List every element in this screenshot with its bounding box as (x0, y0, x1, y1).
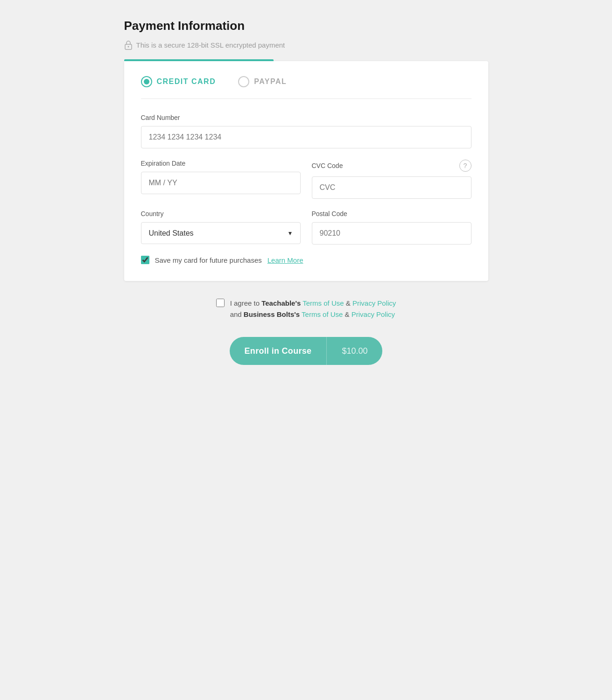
save-card-label: Save my card for future purchases (155, 256, 262, 264)
business-bolts-terms-link[interactable]: Terms of Use (302, 310, 343, 318)
cvc-help-icon[interactable]: ? (459, 160, 471, 172)
terms-prefix: I agree to (230, 299, 262, 307)
lock-icon (124, 40, 133, 50)
business-bolts-privacy-link[interactable]: Privacy Policy (352, 310, 395, 318)
space2: & (344, 299, 352, 307)
card-number-input[interactable] (141, 126, 471, 148)
postal-col: Postal Code (312, 210, 471, 245)
radio-credit-card (141, 76, 152, 87)
radio-inner-credit-card (144, 79, 149, 84)
credit-card-label: CREDIT CARD (157, 77, 216, 86)
country-select-wrapper: United States Canada United Kingdom Aust… (141, 222, 301, 244)
cvc-input[interactable] (312, 176, 471, 199)
country-label: Country (141, 210, 301, 217)
terms-row: I agree to Teachable's Terms of Use & Pr… (216, 298, 396, 320)
enroll-label: Enroll in Course (230, 338, 327, 364)
expiration-label: Expiration Date (141, 160, 301, 167)
space4: & (343, 310, 351, 318)
page-container: Payment Information This is a secure 128… (124, 19, 488, 681)
card-number-group: Card Number (141, 114, 471, 148)
secure-notice: This is a secure 128-bit SSL encrypted p… (124, 40, 488, 50)
page-title: Payment Information (124, 19, 488, 33)
save-card-row: Save my card for future purchases Learn … (141, 256, 471, 264)
svg-point-1 (127, 46, 129, 48)
country-col: Country United States Canada United King… (141, 210, 301, 245)
paypal-label: PAYPAL (254, 77, 287, 86)
teachable-name: Teachable's (261, 299, 301, 307)
teachable-privacy-link[interactable]: Privacy Policy (352, 299, 396, 307)
postal-label: Postal Code (312, 210, 471, 217)
learn-more-link[interactable]: Learn More (267, 256, 303, 264)
postal-input[interactable] (312, 222, 471, 245)
payment-tabs: CREDIT CARD PAYPAL (141, 76, 471, 99)
expiration-col: Expiration Date (141, 160, 301, 199)
enroll-button-container: Enroll in Course $10.00 (124, 337, 488, 365)
cvc-label: CVC Code (312, 162, 343, 169)
terms-checkbox[interactable] (216, 299, 225, 307)
terms-text: I agree to Teachable's Terms of Use & Pr… (230, 298, 396, 320)
secure-notice-text: This is a secure 128-bit SSL encrypted p… (136, 41, 285, 49)
card-number-label: Card Number (141, 114, 471, 121)
tab-paypal[interactable]: PAYPAL (238, 76, 287, 87)
terms-and: and (230, 310, 244, 318)
expiration-input[interactable] (141, 172, 301, 194)
expiration-cvc-row: Expiration Date CVC Code ? (141, 160, 471, 199)
terms-section: I agree to Teachable's Terms of Use & Pr… (124, 298, 488, 320)
country-select[interactable]: United States Canada United Kingdom Aust… (141, 222, 301, 244)
tab-credit-card[interactable]: CREDIT CARD (141, 76, 216, 87)
business-bolts-name: Business Bolts's (244, 310, 300, 318)
radio-paypal (238, 76, 249, 87)
cvc-label-row: CVC Code ? (312, 160, 471, 172)
save-card-checkbox[interactable] (141, 256, 149, 264)
cvc-col: CVC Code ? (312, 160, 471, 199)
enroll-button[interactable]: Enroll in Course $10.00 (230, 337, 383, 365)
teachable-terms-link[interactable]: Terms of Use (302, 299, 344, 307)
enroll-price: $10.00 (327, 338, 382, 364)
country-postal-row: Country United States Canada United King… (141, 210, 471, 245)
payment-card: CREDIT CARD PAYPAL Card Number Expiratio… (124, 61, 488, 281)
